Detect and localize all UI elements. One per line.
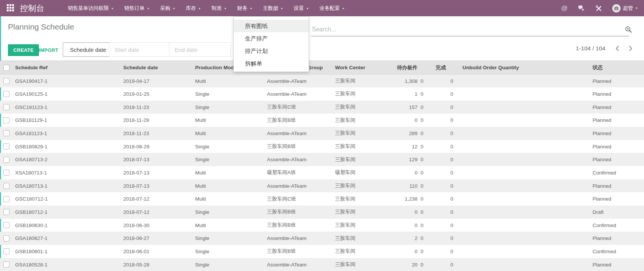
table-row[interactable]: GSA180528-12018-05-28SingleAssemble-ATea… — [0, 258, 644, 271]
column-header[interactable]: 状态 — [588, 61, 644, 75]
row-checkbox[interactable] — [3, 222, 9, 228]
cell-ref: GSB181129-1 — [13, 114, 121, 127]
table-row[interactable]: GSC181123-12018-11-23Single三胺车间C班三胺车间157… — [0, 101, 644, 114]
cell-ref: XSA180713-1 — [13, 166, 121, 179]
chevron-down-icon: ▼ — [250, 7, 252, 10]
table-row[interactable]: GSA181123-12018-11-23MultiAssemble-ATeam… — [0, 127, 644, 140]
create-button[interactable]: CREATE — [8, 44, 39, 56]
table-row[interactable]: GSA190417-12019-04-17MultiAssemble-ATeam… — [0, 75, 644, 88]
apps-grid-icon[interactable] — [7, 4, 15, 12]
row-checkbox[interactable] — [3, 117, 9, 123]
table-row[interactable]: GSB181129-12018-11-29Multi三胺车间B班三胺车间000P… — [0, 114, 644, 127]
top-menu-item[interactable]: 主数据▼ — [263, 5, 283, 12]
cell-date: 2018-05-28 — [121, 258, 193, 271]
row-checkbox[interactable] — [3, 262, 9, 268]
cell-group: 三胺车间B班 — [265, 140, 333, 153]
table-row[interactable]: XSA180713-12018-07-13Multi吸塑车间A班吸塑车间000C… — [0, 166, 644, 179]
cell-unbuild: 0 — [448, 192, 588, 206]
start-date-input[interactable] — [109, 42, 169, 57]
top-menu-item[interactable]: 业务配置▼ — [320, 5, 345, 12]
row-checkbox[interactable] — [3, 143, 9, 150]
row-checkbox[interactable] — [3, 170, 9, 176]
row-checkbox[interactable] — [3, 78, 9, 84]
cell-unbuild: 0 — [448, 258, 588, 271]
import-button[interactable]: IMPORT — [39, 44, 58, 56]
top-menu-item[interactable]: 设置▼ — [294, 5, 309, 12]
chevron-down-icon: ▼ — [342, 7, 345, 10]
row-checkbox-cell — [0, 140, 13, 153]
table-row[interactable]: GSA180713-22018-07-13SingleAssemble-ATea… — [0, 153, 644, 166]
table-row[interactable]: GSC180712-12018-07-12Multi三胺车间C班三胺车间1,23… — [0, 192, 644, 206]
row-checkbox[interactable] — [3, 157, 9, 163]
search-icon[interactable] — [624, 25, 633, 34]
cell-unbuild: 0 — [448, 179, 588, 193]
top-menu-item[interactable]: 销售菜单访问权限▼ — [68, 5, 114, 12]
cell-ref: GSA181123-1 — [13, 127, 121, 140]
cell-done: 0 — [420, 245, 448, 258]
cell-status: Planned — [588, 140, 644, 153]
row-checkbox[interactable] — [3, 196, 9, 202]
top-menu-label: 设置 — [294, 5, 304, 12]
end-date-input[interactable] — [169, 42, 231, 57]
row-checkbox-cell — [0, 153, 13, 166]
top-menu-item[interactable]: 财务▼ — [237, 5, 252, 12]
column-header[interactable]: Unbuild Order Quantity — [448, 61, 588, 75]
table-row[interactable]: GSA190125-12019-01-25SingleAssemble-ATea… — [0, 87, 644, 101]
cell-group: Assemble-ATeam — [265, 75, 333, 88]
row-checkbox[interactable] — [3, 183, 9, 189]
manufacturing-dropdown-item[interactable]: 生产排产 — [234, 32, 309, 45]
user-menu[interactable]: 超管 ▼ — [612, 4, 638, 12]
pager-next-button[interactable] — [627, 45, 634, 52]
cell-date: 2018-08-29 — [121, 140, 193, 153]
cell-pending: 0 — [390, 206, 420, 219]
manufacturing-dropdown-item[interactable]: 拆解单 — [234, 57, 309, 70]
manufacturing-dropdown-item[interactable]: 所有图纸 — [234, 20, 309, 32]
table-row[interactable]: GSA180713-12018-07-13MultiAssemble-ATeam… — [0, 179, 644, 193]
top-menu-item[interactable]: 制造▼ — [211, 5, 227, 12]
table-row[interactable]: GSB180601-12018-06-01Single三胺车间B班三胺车间000… — [0, 245, 644, 258]
cell-group: Assemble-ATeam — [265, 232, 333, 245]
cell-ref: GSB180601-1 — [13, 245, 121, 258]
column-header[interactable]: Schedule Ref — [13, 61, 121, 75]
schedule-date-filter-button[interactable]: Schedule date — [63, 42, 113, 57]
table-row[interactable]: GSB180630-12018-06-30Multi三胺车间B班三胺车间000C… — [0, 219, 644, 232]
top-menu-item[interactable]: 销售订单▼ — [124, 5, 149, 12]
cell-work-center: 三胺车间 — [333, 153, 390, 166]
messages-icon[interactable] — [577, 5, 585, 12]
row-checkbox[interactable] — [3, 91, 9, 97]
cell-unbuild: 0 — [448, 219, 588, 232]
cell-status: Planned — [588, 75, 644, 88]
cell-pending: 2 — [390, 232, 420, 245]
row-checkbox[interactable] — [3, 104, 9, 110]
select-all-checkbox[interactable] — [3, 65, 9, 71]
manufacturing-dropdown-item[interactable]: 排产计划 — [234, 45, 309, 57]
table-row[interactable]: GSB180712-12018-07-12Single三胺车间B班三胺车间000… — [0, 206, 644, 219]
cell-unbuild: 0 — [448, 114, 588, 127]
search-input[interactable] — [311, 25, 629, 36]
column-header[interactable]: 完成 — [420, 61, 448, 75]
mentions-icon[interactable]: @ — [561, 5, 568, 12]
cell-status: Planned — [588, 153, 644, 166]
table-row[interactable]: GSA180627-12018-06-27SingleAssemble-ATea… — [0, 232, 644, 245]
table-row[interactable]: GSB180829-12018-08-29Single三胺车间B班三胺车间120… — [0, 140, 644, 153]
developer-tools-icon[interactable] — [595, 5, 602, 12]
top-menu-item[interactable]: 采购▼ — [160, 5, 175, 12]
pager-previous-button[interactable] — [614, 45, 621, 52]
row-checkbox[interactable] — [3, 130, 9, 136]
cell-pending: 0 — [390, 219, 420, 232]
row-checkbox[interactable] — [3, 248, 9, 254]
row-checkbox[interactable] — [3, 235, 9, 241]
cell-done: 0 — [420, 219, 448, 232]
column-header[interactable]: Schedule date — [121, 61, 193, 75]
cell-work-center: 吸塑车间 — [333, 166, 390, 179]
column-header[interactable]: Work Center — [333, 61, 390, 75]
planning-schedule-table: Schedule RefSchedule dateProduction Mode… — [0, 61, 644, 271]
cell-ref: GSA180528-1 — [13, 258, 121, 271]
cell-ref: GSB180829-1 — [13, 140, 121, 153]
cell-group: Assemble-ATeam — [265, 87, 333, 101]
top-menu-item[interactable]: 库存▼ — [186, 5, 201, 12]
app-title[interactable]: 控制台 — [20, 3, 45, 14]
row-checkbox[interactable] — [3, 209, 9, 215]
column-header[interactable]: 待办板件 — [390, 61, 420, 75]
cell-mode: Single — [193, 206, 265, 219]
